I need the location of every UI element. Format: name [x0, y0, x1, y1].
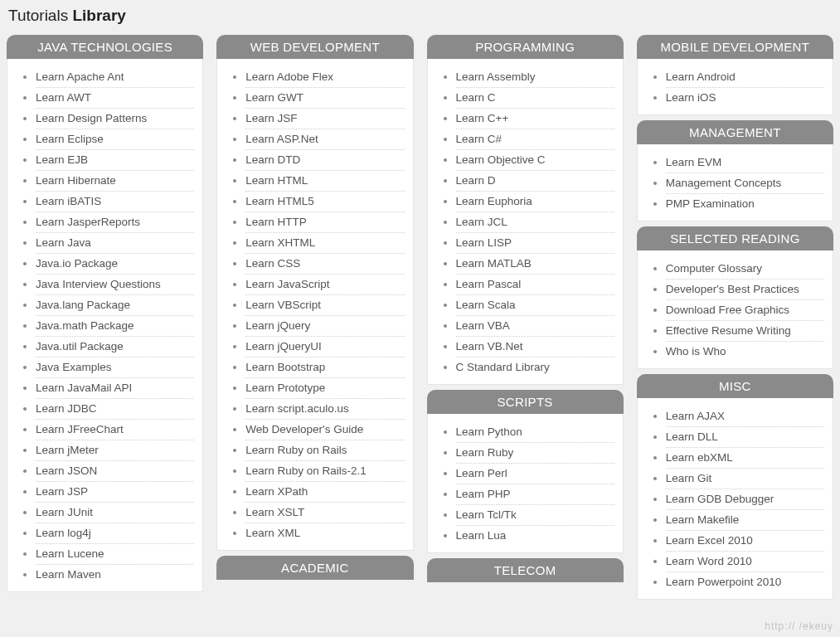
tutorial-link[interactable]: Learn JavaMail API	[36, 382, 132, 394]
tutorial-link[interactable]: Learn iBATIS	[36, 195, 101, 207]
tutorial-link[interactable]: Learn XHTML	[245, 236, 315, 249]
tutorial-link[interactable]: Learn Word 2010	[666, 555, 752, 567]
tutorial-link[interactable]: Learn HTML5	[245, 195, 314, 207]
tutorial-link[interactable]: Learn Tcl/Tk	[456, 508, 517, 521]
tutorial-link[interactable]: PMP Examination	[666, 197, 755, 210]
tutorial-link[interactable]: Learn Android	[666, 71, 736, 83]
tutorial-link[interactable]: Learn VBA	[456, 319, 510, 332]
tutorial-link[interactable]: Learn Java	[36, 236, 91, 249]
tutorial-link[interactable]: Learn JSP	[36, 485, 88, 498]
tutorial-link[interactable]: Learn Git	[666, 472, 712, 484]
list-item: Learn XSLT	[245, 503, 404, 523]
tutorial-link[interactable]: Learn C++	[456, 112, 509, 124]
tutorial-link[interactable]: Download Free Graphics	[666, 304, 789, 316]
tutorial-link[interactable]: Java Interview Questions	[36, 278, 161, 290]
tutorial-link[interactable]: Learn Lucene	[36, 547, 104, 560]
tutorial-link[interactable]: Learn AJAX	[666, 410, 725, 422]
list-item: Java.math Package	[36, 316, 194, 337]
tutorial-link[interactable]: C Standard Library	[456, 361, 550, 373]
tutorial-link[interactable]: Learn Eclipse	[36, 133, 104, 145]
tutorial-link[interactable]: Developer's Best Practices	[666, 283, 799, 295]
tutorial-link[interactable]: Learn Design Patterns	[36, 112, 147, 124]
tutorial-link[interactable]: Learn CSS	[245, 257, 300, 270]
panel-body: Learn AssemblyLearn CLearn C++Learn C#Le…	[427, 59, 624, 385]
tutorial-link[interactable]: Learn Prototype	[245, 382, 325, 394]
tutorial-link[interactable]: Web Developer's Guide	[245, 423, 363, 435]
item-list: Learn AJAXLearn DLLLearn ebXMLLearn GitL…	[638, 403, 833, 596]
tutorial-link[interactable]: Learn Bootstrap	[245, 361, 325, 373]
tutorial-link[interactable]: Learn DTD	[245, 153, 300, 166]
tutorial-link[interactable]: Learn Pascal	[456, 278, 522, 290]
tutorial-link[interactable]: Learn jMeter	[36, 444, 99, 456]
tutorial-link[interactable]: Java.util Package	[36, 340, 124, 353]
tutorial-link[interactable]: Learn jQueryUI	[245, 340, 322, 353]
tutorial-link[interactable]: Learn Assembly	[456, 71, 536, 83]
tutorial-link[interactable]: Learn Python	[456, 425, 522, 438]
tutorial-link[interactable]: Learn JFreeChart	[36, 423, 124, 435]
tutorial-link[interactable]: Learn VB.Net	[456, 340, 523, 353]
tutorial-link[interactable]: Learn PHP	[456, 488, 511, 500]
tutorial-link[interactable]: Learn JCL	[456, 216, 507, 228]
column: WEB DEVELOPMENTLearn Adobe FlexLearn GWT…	[216, 35, 413, 605]
tutorial-link[interactable]: Learn log4j	[36, 527, 91, 539]
tutorial-link[interactable]: Java Examples	[36, 361, 112, 373]
tutorial-link[interactable]: Learn GDB Debugger	[666, 493, 774, 505]
tutorial-link[interactable]: Learn HTML	[245, 174, 308, 187]
tutorial-link[interactable]: Learn Adobe Flex	[245, 71, 333, 83]
tutorial-link[interactable]: Effective Resume Writing	[666, 324, 791, 337]
tutorial-link[interactable]: Learn JSON	[36, 464, 97, 477]
tutorial-link[interactable]: Learn Maven	[36, 568, 101, 581]
list-item: Java Examples	[36, 357, 194, 378]
tutorial-link[interactable]: Learn EJB	[36, 153, 88, 166]
tutorial-link[interactable]: Learn Ruby	[456, 446, 514, 459]
tutorial-link[interactable]: Learn jQuery	[245, 319, 310, 332]
tutorial-link[interactable]: Learn ASP.Net	[245, 133, 318, 145]
tutorial-link[interactable]: Learn JUnit	[36, 506, 93, 518]
tutorial-link[interactable]: Learn Lua	[456, 529, 507, 542]
tutorial-link[interactable]: Java.io Package	[36, 257, 118, 270]
tutorial-link[interactable]: Learn XML	[245, 527, 300, 539]
tutorial-link[interactable]: Learn GWT	[245, 91, 303, 104]
tutorial-link[interactable]: Java.math Package	[36, 319, 134, 332]
tutorial-link[interactable]: Learn DLL	[666, 430, 718, 443]
tutorial-link[interactable]: Learn MATLAB	[456, 257, 532, 270]
panel-body: Learn AndroidLearn iOS	[637, 59, 833, 115]
tutorial-link[interactable]: Learn Ruby on Rails	[245, 444, 347, 456]
tutorial-link[interactable]: Learn Excel 2010	[666, 534, 753, 547]
tutorial-link[interactable]: Learn Makefile	[666, 513, 740, 526]
tutorial-link[interactable]: Learn Euphoria	[456, 195, 532, 207]
tutorial-link[interactable]: Learn LISP	[456, 236, 512, 249]
panel-body: Learn PythonLearn RubyLearn PerlLearn PH…	[427, 414, 624, 553]
tutorial-link[interactable]: Learn Ruby on Rails-2.1	[245, 464, 367, 477]
tutorial-link[interactable]: Learn Powerpoint 2010	[666, 576, 782, 588]
tutorial-link[interactable]: Learn EVM	[666, 156, 722, 168]
tutorial-link[interactable]: Learn ebXML	[666, 451, 733, 464]
tutorial-link[interactable]: Learn JDBC	[36, 402, 97, 415]
tutorial-link[interactable]: Learn VBScript	[245, 299, 321, 311]
tutorial-link[interactable]: Learn Perl	[456, 467, 507, 479]
tutorial-link[interactable]: Learn iOS	[666, 91, 716, 104]
list-item: Learn VBA	[456, 316, 614, 337]
tutorial-link[interactable]: Learn JavaScript	[245, 278, 329, 290]
tutorial-link[interactable]: Learn JSF	[245, 112, 297, 124]
tutorial-link[interactable]: Learn script.aculo.us	[245, 402, 349, 415]
tutorial-link[interactable]: Learn Scala	[456, 299, 516, 311]
tutorial-link[interactable]: Learn Hibernate	[36, 174, 116, 187]
tutorial-link[interactable]: Learn C	[456, 91, 496, 104]
list-item: Learn jMeter	[36, 440, 194, 461]
tutorial-link[interactable]: Learn C#	[456, 133, 503, 145]
tutorial-link[interactable]: Java.lang Package	[36, 299, 130, 311]
tutorial-link[interactable]: Management Concepts	[666, 177, 782, 189]
tutorial-link[interactable]: Learn XSLT	[245, 506, 304, 518]
panel-header: SCRIPTS	[427, 390, 624, 414]
tutorial-link[interactable]: Learn XPath	[245, 485, 308, 498]
tutorial-link[interactable]: Learn JasperReports	[36, 216, 140, 228]
tutorial-link[interactable]: Learn D	[456, 174, 496, 187]
tutorial-link[interactable]: Learn AWT	[36, 91, 91, 104]
tutorial-link[interactable]: Learn Objective C	[456, 153, 546, 166]
tutorial-link[interactable]: Learn HTTP	[245, 216, 307, 228]
tutorial-link[interactable]: Learn Apache Ant	[36, 71, 124, 83]
tutorial-link[interactable]: Who is Who	[666, 345, 726, 357]
list-item: Computer Glossary	[666, 259, 824, 280]
tutorial-link[interactable]: Computer Glossary	[666, 262, 762, 275]
